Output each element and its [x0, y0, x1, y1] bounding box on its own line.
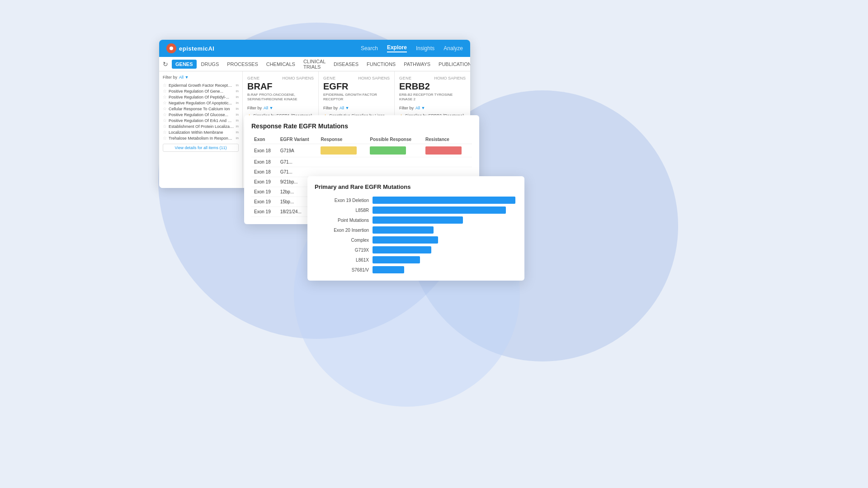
tab-publications[interactable]: PUBLICATIONS — [435, 60, 470, 69]
sidebar-filter: Filter by All ▼ — [163, 75, 239, 80]
star-icon[interactable]: ☆ — [163, 83, 167, 88]
filter-dropdown-braf[interactable]: All ▼ — [264, 106, 273, 110]
species-braf: HOMO SAPIENS — [282, 76, 314, 80]
sidebar-item-text: Localization Within Membrane — [169, 130, 234, 135]
star-icon[interactable]: ☆ — [163, 89, 167, 94]
nav-explore[interactable]: Explore — [387, 44, 407, 52]
list-item: ☆ Localization Within Membrane in — [163, 129, 239, 135]
col-variant: EGFR Variant — [278, 135, 318, 144]
filter-bar-erbb2: Filter by All ▼ — [399, 106, 466, 110]
list-item: ☆ Establishment Of Protein Localizatio..… — [163, 123, 239, 129]
tab-diseases[interactable]: DISEASES — [330, 60, 362, 69]
cell-exon: Exon 19 — [251, 197, 278, 207]
nav-analyze[interactable]: Analyze — [443, 45, 463, 52]
nav-search[interactable]: Search — [361, 45, 378, 52]
bar-row: Exon 19 Deletion — [315, 197, 515, 204]
sidebar-item-text: Epidermal Growth Factor Receptor... — [169, 83, 234, 88]
nav-insights[interactable]: Insights — [416, 45, 434, 52]
col-exon: Exon — [251, 135, 278, 144]
star-icon[interactable]: ☆ — [163, 106, 167, 111]
sidebar: Filter by All ▼ ☆ Epidermal Growth Facto… — [159, 71, 243, 188]
star-icon[interactable]: ☆ — [163, 136, 167, 141]
filter-dropdown-egfr[interactable]: All ▼ — [340, 106, 349, 110]
bar-label: Complex — [315, 238, 369, 243]
bar-label: Point Mutations — [315, 218, 369, 223]
gene-name-erbb2[interactable]: ERBB2 — [399, 81, 466, 92]
sidebar-filter-dropdown[interactable]: All ▼ — [179, 75, 189, 80]
sidebar-item-value: in — [236, 89, 239, 93]
tab-pathways[interactable]: PATHWAYS — [400, 60, 434, 69]
gene-name-egfr[interactable]: EGFR — [323, 81, 390, 92]
star-icon[interactable]: ☆ — [163, 94, 167, 99]
filter-label-braf: Filter by — [247, 106, 262, 110]
cell-possible — [367, 157, 423, 167]
logo-icon — [166, 43, 176, 53]
sidebar-item-text: Positive Regulation Of Erk1 And Erk2... — [169, 118, 234, 123]
filter-dropdown-erbb2[interactable]: All ▼ — [415, 106, 425, 110]
cell-resistance — [423, 157, 472, 167]
sidebar-item-text: Cellular Response To Calcium Ion — [169, 107, 234, 111]
col-response: Response — [318, 135, 367, 144]
gene-desc-erbb2: ERB-B2 RECEPTOR TYROSINE KINASE 2 — [399, 93, 466, 102]
list-item: ☆ Epidermal Growth Factor Receptor... in — [163, 82, 239, 88]
star-icon[interactable]: ☆ — [163, 130, 167, 135]
tab-processes[interactable]: PROCESSES — [223, 60, 261, 69]
list-item: ☆ Positive Regulation Of Erk1 And Erk2..… — [163, 117, 239, 123]
bar-label: Exon 19 Deletion — [315, 198, 369, 203]
cell-response — [318, 157, 367, 167]
table-row: Exon 18 G71... — [251, 167, 472, 177]
table-row: Exon 18 G71... — [251, 157, 472, 167]
tab-chemicals[interactable]: CHEMICALS — [263, 60, 299, 69]
logo-text: epistemicAI — [179, 45, 214, 52]
cell-exon: Exon 19 — [251, 187, 278, 197]
star-icon[interactable]: ☆ — [163, 124, 167, 129]
sidebar-view-details-link[interactable]: View details for all items (11) — [163, 144, 239, 152]
sidebar-item-text: Positive Regulation Of Glucose... — [169, 113, 234, 117]
gene-name-braf[interactable]: BRAF — [247, 81, 314, 92]
star-icon[interactable]: ☆ — [163, 112, 167, 117]
bar-fill — [373, 236, 438, 244]
tab-drugs[interactable]: DRUGS — [198, 60, 223, 69]
sidebar-item-value: in — [236, 107, 239, 111]
cell-resistance — [423, 167, 472, 177]
sidebar-item-text: Negative Regulation Of Apoptotic... — [169, 101, 234, 105]
gene-header-erbb2: GENE HOMO SAPIENS — [399, 76, 466, 80]
bar-label: Exon 20 Insertion — [315, 228, 369, 233]
bar-fill — [373, 226, 434, 234]
tab-functions[interactable]: FUNCTIONS — [363, 60, 399, 69]
cell-variant: G71... — [278, 167, 318, 177]
tab-clinical-trials[interactable]: CLINICAL TRIALS — [300, 57, 329, 71]
sidebar-item-value: in — [236, 136, 239, 140]
tab-genes[interactable]: GENES — [172, 60, 197, 69]
bar-fill — [373, 266, 404, 273]
sidebar-item-value: in — [236, 95, 239, 99]
bar-fill — [373, 256, 420, 263]
list-item: ☆ Positive Regulation Of Peptidyl-... in — [163, 94, 239, 100]
cell-possible — [367, 167, 423, 177]
list-item: ☆ Trehalose Metabolism In Response T... … — [163, 135, 239, 141]
gene-desc-braf: B-RAF PROTO-ONCOGENE, SERINE/THREONINE K… — [247, 93, 314, 102]
sidebar-item-value: in — [236, 101, 239, 105]
sidebar-item-value: in — [236, 130, 239, 134]
bar-fill — [373, 197, 515, 204]
rare-mutations-card: Primary and Rare EGFR Mutations Exon 19 … — [307, 176, 524, 281]
bar-fill — [373, 216, 463, 224]
gene-header-braf: GENE HOMO SAPIENS — [247, 76, 314, 80]
response-card-title: Response Rate EGFR Mutations — [251, 122, 472, 130]
cell-response — [318, 144, 367, 157]
sidebar-filter-label: Filter by — [163, 75, 177, 80]
list-item: ☆ Negative Regulation Of Apoptotic... in — [163, 100, 239, 106]
filter-label-erbb2: Filter by — [399, 106, 414, 110]
gene-label-braf: GENE — [247, 76, 260, 80]
cell-exon: Exon 19 — [251, 207, 278, 217]
bar-row: Exon 20 Insertion — [315, 226, 515, 234]
star-icon[interactable]: ☆ — [163, 100, 167, 105]
bar-row: Complex — [315, 236, 515, 244]
rare-card-title: Primary and Rare EGFR Mutations — [315, 183, 515, 190]
list-item: ☆ Positive Regulation Of Glucose... in — [163, 112, 239, 117]
col-resistance: Resistance — [423, 135, 472, 144]
bar-chart: Exon 19 DeletionL858RPoint MutationsExon… — [315, 197, 515, 273]
sidebar-items: ☆ Epidermal Growth Factor Receptor... in… — [163, 82, 239, 141]
star-icon[interactable]: ☆ — [163, 118, 167, 123]
refresh-icon[interactable]: ↻ — [163, 61, 168, 68]
